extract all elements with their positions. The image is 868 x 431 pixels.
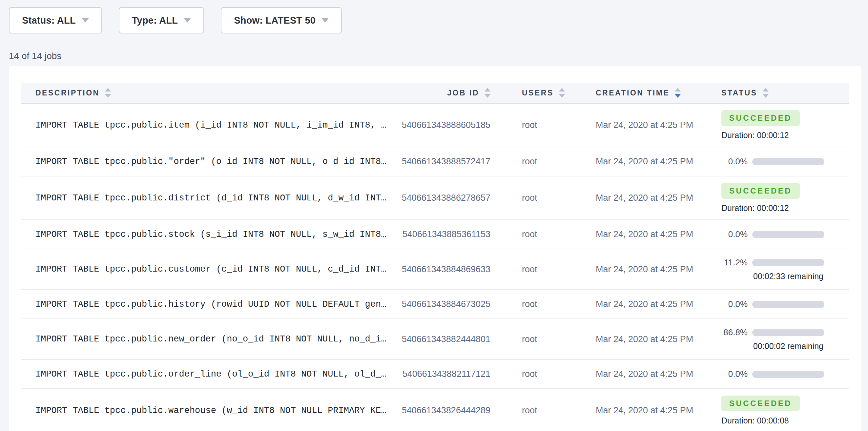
progress-line: 86.8%: [721, 327, 849, 338]
column-header-label: JOB ID: [447, 89, 479, 97]
filter-show-dropdown[interactable]: Show: LATEST 50: [221, 7, 342, 33]
column-header-status[interactable]: STATUS: [699, 88, 849, 98]
progress-bar: [752, 259, 825, 266]
status-progress: 86.8% 00:00:02 remaining: [721, 327, 849, 351]
progress-bar: [752, 301, 825, 308]
sort-icon: [559, 88, 565, 98]
job-description[interactable]: IMPORT TABLE tpcc.public.new_order (no_o…: [21, 334, 397, 344]
percent-label: 0.0%: [721, 369, 748, 379]
column-header-creation-time[interactable]: CREATION TIME: [572, 88, 699, 98]
column-header-label: STATUS: [721, 89, 757, 97]
filter-type-dropdown[interactable]: Type: ALL: [119, 7, 204, 33]
job-id-cell: 540661343888572417: [397, 156, 495, 166]
filter-bar: Status: ALL Type: ALL Show: LATEST 50: [9, 7, 342, 33]
job-description[interactable]: IMPORT TABLE tpcc.public.district (d_id …: [21, 193, 397, 203]
remaining-label: 00:00:02 remaining: [752, 341, 825, 351]
table-row[interactable]: IMPORT TABLE tpcc.public.district (d_id …: [21, 177, 849, 220]
filter-status-label: Status: ALL: [22, 15, 76, 26]
sort-icon: [675, 88, 681, 98]
progress-line: 11.2%: [721, 257, 849, 268]
column-header-label: USERS: [522, 89, 554, 97]
creation-time-cell: Mar 24, 2020 at 4:25 PM: [572, 369, 699, 379]
remaining-label: 00:02:33 remaining: [752, 272, 825, 281]
progress-bar: [752, 231, 825, 238]
job-id-cell: 540661343884869633: [397, 265, 495, 275]
table-row[interactable]: IMPORT TABLE tpcc.public.new_order (no_o…: [21, 319, 849, 360]
percent-label: 86.8%: [721, 327, 748, 338]
duration-label: Duration: 00:00:12: [721, 203, 849, 213]
percent-label: 0.0%: [721, 229, 748, 240]
progress-line: 0.0%: [721, 156, 849, 166]
status-cell: 0.0%: [699, 369, 849, 379]
creation-time-cell: Mar 24, 2020 at 4:25 PM: [572, 405, 699, 415]
filter-show-label: Show: LATEST 50: [234, 15, 316, 26]
table-row[interactable]: IMPORT TABLE tpcc.public.customer (c_id …: [21, 249, 849, 290]
job-description[interactable]: IMPORT TABLE tpcc.public.warehouse (w_id…: [21, 406, 397, 415]
users-cell: root: [495, 299, 572, 309]
progress-bar: [752, 158, 825, 165]
duration-label: Duration: 00:00:12: [721, 130, 849, 140]
status-cell: SUCCEEDED Duration: 00:00:12: [699, 183, 849, 213]
chevron-down-icon: [184, 18, 191, 23]
status-succeeded: SUCCEEDED Duration: 00:00:12: [721, 183, 849, 213]
users-cell: root: [495, 156, 572, 166]
status-cell: 0.0%: [699, 229, 849, 240]
job-description[interactable]: IMPORT TABLE tpcc.public.customer (c_id …: [21, 265, 397, 274]
status-cell: SUCCEEDED Duration: 00:00:08: [699, 396, 849, 425]
sort-icon: [763, 88, 769, 98]
table-row[interactable]: IMPORT TABLE tpcc.public."order" (o_id I…: [21, 147, 849, 177]
column-header-job-id[interactable]: JOB ID: [397, 88, 495, 98]
users-cell: root: [495, 369, 572, 379]
users-cell: root: [495, 334, 572, 344]
percent-label: 0.0%: [721, 299, 748, 309]
table-row[interactable]: IMPORT TABLE tpcc.public.order_line (ol_…: [21, 360, 849, 389]
job-id-cell: 540661343884673025: [397, 299, 495, 309]
status-badge: SUCCEEDED: [721, 110, 800, 126]
progress-line: 0.0%: [721, 229, 849, 240]
users-cell: root: [495, 229, 572, 240]
job-id-cell: 540661343826444289: [397, 405, 495, 415]
table-row[interactable]: IMPORT TABLE tpcc.public.item (i_id INT8…: [21, 104, 849, 147]
jobs-card: DESCRIPTION JOB ID USERS CREATION TIME S…: [9, 66, 862, 431]
jobs-table-body: IMPORT TABLE tpcc.public.item (i_id INT8…: [21, 104, 849, 431]
creation-time-cell: Mar 24, 2020 at 4:25 PM: [572, 120, 699, 130]
status-cell: 0.0%: [699, 156, 849, 166]
job-description[interactable]: IMPORT TABLE tpcc.public.item (i_id INT8…: [21, 120, 397, 130]
creation-time-cell: Mar 24, 2020 at 4:25 PM: [572, 156, 699, 166]
column-header-label: DESCRIPTION: [35, 89, 100, 97]
table-row[interactable]: IMPORT TABLE tpcc.public.history (rowid …: [21, 290, 849, 319]
progress-line: 0.0%: [721, 369, 849, 379]
status-progress: 11.2% 00:02:33 remaining: [721, 257, 849, 281]
job-description[interactable]: IMPORT TABLE tpcc.public.order_line (ol_…: [21, 369, 397, 379]
status-badge: SUCCEEDED: [721, 396, 800, 411]
status-cell: 11.2% 00:02:33 remaining: [699, 257, 849, 281]
column-header-description[interactable]: DESCRIPTION: [21, 88, 397, 98]
column-header-users[interactable]: USERS: [495, 88, 572, 98]
column-header-label: CREATION TIME: [596, 89, 670, 97]
status-progress: 0.0%: [721, 156, 849, 166]
job-id-cell: 540661343888605185: [397, 120, 495, 130]
creation-time-cell: Mar 24, 2020 at 4:25 PM: [572, 193, 699, 203]
users-cell: root: [495, 265, 572, 275]
table-row[interactable]: IMPORT TABLE tpcc.public.warehouse (w_id…: [21, 389, 849, 431]
users-cell: root: [495, 193, 572, 203]
jobs-count: 14 of 14 jobs: [9, 51, 61, 61]
creation-time-cell: Mar 24, 2020 at 4:25 PM: [572, 299, 699, 309]
status-succeeded: SUCCEEDED Duration: 00:00:12: [721, 110, 849, 140]
job-description[interactable]: IMPORT TABLE tpcc.public."order" (o_id I…: [21, 157, 397, 166]
job-id-cell: 540661343882444801: [397, 334, 495, 344]
job-id-cell: 540661343886278657: [397, 193, 495, 203]
duration-label: Duration: 00:00:08: [721, 416, 849, 425]
users-cell: root: [495, 405, 572, 415]
status-cell: SUCCEEDED Duration: 00:00:12: [699, 110, 849, 140]
table-row[interactable]: IMPORT TABLE tpcc.public.stock (s_i_id I…: [21, 220, 849, 249]
filter-status-dropdown[interactable]: Status: ALL: [9, 7, 102, 33]
sort-icon: [105, 88, 111, 98]
status-cell: 0.0%: [699, 299, 849, 309]
job-description[interactable]: IMPORT TABLE tpcc.public.stock (s_i_id I…: [21, 229, 397, 240]
progress-bar: [752, 329, 825, 336]
table-header-row: DESCRIPTION JOB ID USERS CREATION TIME S…: [21, 83, 849, 104]
status-progress: 0.0%: [721, 229, 849, 240]
status-succeeded: SUCCEEDED Duration: 00:00:08: [721, 396, 849, 425]
job-description[interactable]: IMPORT TABLE tpcc.public.history (rowid …: [21, 300, 397, 309]
